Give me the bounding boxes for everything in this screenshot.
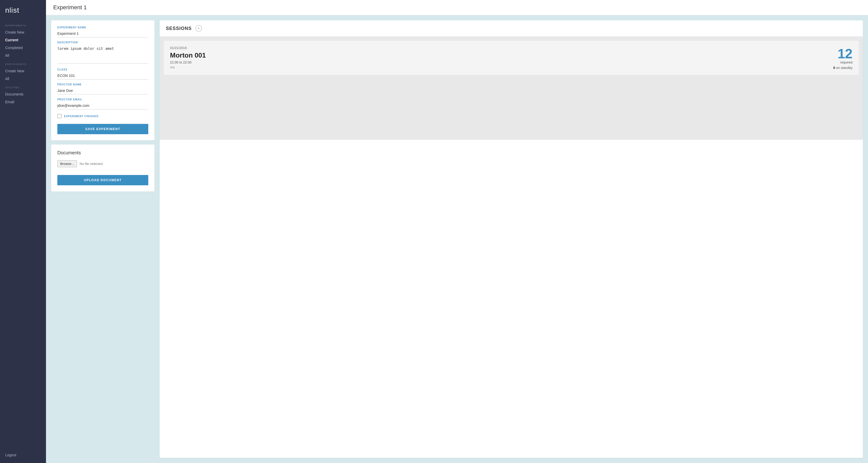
file-placeholder-label: No file selected. (80, 162, 103, 166)
description-label: DESCRIPTION (57, 41, 148, 44)
session-count: 12 (833, 47, 852, 60)
sidebar: nlist EXPERIMENTS Create New Current Com… (0, 0, 46, 463)
sidebar-item-experiments-create[interactable]: Create New (0, 28, 46, 36)
left-panel: EXPERIMENT NAME DESCRIPTION lorem ipsum … (51, 21, 154, 458)
add-session-button[interactable]: + (195, 25, 202, 32)
session-left: 01/21/2016 Morton 001 21:00 to 22:00 n/a (170, 46, 206, 69)
session-right: 12 required 0 on standby (833, 46, 852, 70)
experiment-form-card: EXPERIMENT NAME DESCRIPTION lorem ipsum … (51, 21, 154, 140)
session-note: n/a (170, 65, 206, 69)
sessions-body: 01/21/2016 Morton 001 21:00 to 22:00 n/a… (160, 37, 863, 140)
file-input-row: Browse... No file selected. (57, 160, 148, 167)
browse-button[interactable]: Browse... (57, 160, 77, 167)
session-item[interactable]: 01/21/2016 Morton 001 21:00 to 22:00 n/a… (164, 41, 859, 75)
sessions-card: SESSIONS + 01/21/2016 Morton 001 21:00 t… (160, 21, 863, 458)
proctor-name-input[interactable] (57, 88, 148, 95)
documents-card: Documents Browse... No file selected. UP… (51, 144, 154, 192)
experiment-finished-label: EXPERIMENT FINISHED (64, 115, 98, 118)
right-panel: SESSIONS + 01/21/2016 Morton 001 21:00 t… (160, 21, 863, 458)
experiments-section-label: EXPERIMENTS (0, 21, 46, 28)
sidebar-item-participants-all[interactable]: All (0, 75, 46, 82)
proctor-name-label: PROCTOR NAME (57, 83, 148, 86)
save-experiment-button[interactable]: SAVE EXPERIMENT (57, 124, 148, 134)
proctor-email-label: PROCTOR EMAIL (57, 98, 148, 101)
experiment-name-input[interactable] (57, 30, 148, 37)
page-title: Experiment 1 (53, 4, 861, 11)
content-area: EXPERIMENT NAME DESCRIPTION lorem ipsum … (46, 15, 868, 463)
experiment-name-label: EXPERIMENT NAME (57, 26, 148, 29)
class-input[interactable] (57, 72, 148, 79)
participants-section-label: PARTICIPANTS (0, 59, 46, 67)
session-standby-count: 0 (833, 66, 835, 70)
session-time: 21:00 to 22:00 (170, 60, 206, 64)
plus-icon: + (197, 26, 200, 31)
session-name: Morton 001 (170, 52, 206, 59)
experiment-finished-row: EXPERIMENT FINISHED (57, 114, 148, 118)
session-standby: 0 on standby (833, 66, 852, 70)
class-label: CLASS (57, 68, 148, 71)
utilities-section-label: UTILITIES (0, 82, 46, 90)
session-standby-label: on standby (836, 66, 852, 70)
sidebar-item-experiments-completed[interactable]: Completed (0, 44, 46, 52)
main-content: Experiment 1 EXPERIMENT NAME DESCRIPTION… (46, 0, 868, 463)
sidebar-item-logout[interactable]: Logout (0, 451, 46, 459)
description-input[interactable]: lorem ipsum dolor sit amet (57, 45, 148, 64)
documents-title: Documents (57, 150, 148, 156)
sidebar-item-experiments-all[interactable]: All (0, 52, 46, 59)
upload-document-button[interactable]: UPLOAD DOCUMENT (57, 175, 148, 185)
sessions-title: SESSIONS (166, 26, 192, 31)
sidebar-item-experiments-current[interactable]: Current (0, 36, 46, 44)
session-date: 01/21/2016 (170, 46, 206, 50)
session-required-label: required (833, 60, 852, 64)
topbar: Experiment 1 (46, 0, 868, 15)
proctor-email-input[interactable] (57, 102, 148, 109)
sidebar-item-participants-create[interactable]: Create New (0, 67, 46, 75)
sidebar-item-email[interactable]: Email (0, 98, 46, 106)
sessions-header: SESSIONS + (160, 21, 863, 37)
sidebar-item-documents[interactable]: Documents (0, 90, 46, 98)
experiment-finished-checkbox[interactable] (57, 114, 61, 118)
app-logo: nlist (0, 5, 46, 21)
